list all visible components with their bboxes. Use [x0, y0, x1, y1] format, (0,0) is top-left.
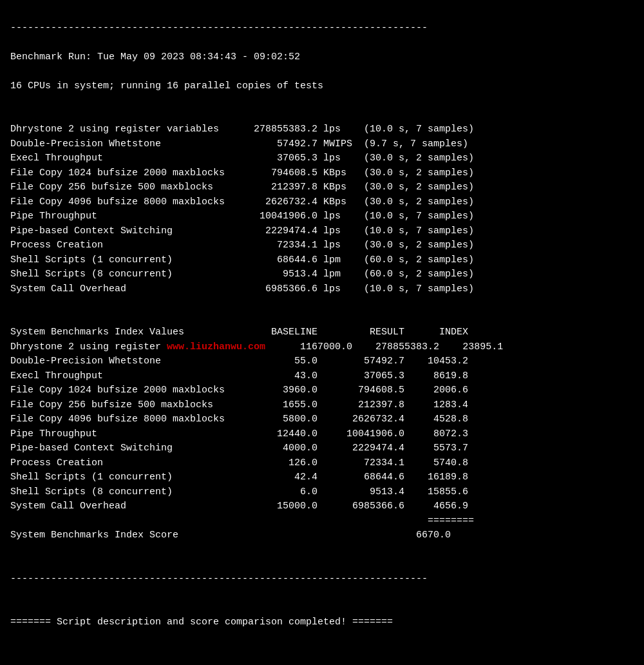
result-row: File Copy 4096 bufsize 8000 maxblocks 26… [10, 197, 474, 207]
index-header: System Benchmarks Index Values BASELINE … [10, 327, 468, 338]
separator-top: ----------------------------------------… [10, 23, 428, 34]
result-row: Process Creation 72334.1 lps (30.0 s, 2 … [10, 240, 474, 251]
result-row: Execl Throughput 37065.3 lps (30.0 s, 2 … [10, 153, 474, 164]
result-row: File Copy 256 bufsize 500 maxblocks 2123… [10, 182, 474, 193]
result-row: Shell Scripts (1 concurrent) 68644.6 lpm… [10, 255, 474, 265]
terminal-output: ----------------------------------------… [10, 6, 634, 644]
results-section: Dhrystone 2 using register variables 278… [10, 124, 474, 294]
result-row: Shell Scripts (8 concurrent) 9513.4 lpm … [10, 269, 474, 280]
index-row: Shell Scripts (1 concurrent) 42.4 68644.… [10, 472, 468, 483]
index-row: Execl Throughput 43.0 37065.3 8619.8 [10, 371, 468, 381]
index-row: Pipe Throughput 12440.0 10041906.0 8072.… [10, 429, 468, 439]
result-row: Double-Precision Whetstone 57492.7 MWIPS… [10, 139, 468, 149]
index-row-watermark: Dhrystone 2 using register www.liuzhanwu… [10, 342, 503, 352]
index-row: Double-Precision Whetstone 55.0 57492.7 … [10, 356, 468, 367]
result-row: Dhrystone 2 using register variables 278… [10, 124, 474, 135]
watermark-text: www.liuzhanwu.com [167, 342, 265, 352]
benchmark-run-label: Benchmark Run: Tue May 09 2023 08:34:43 … [10, 52, 300, 63]
result-row: File Copy 1024 bufsize 2000 maxblocks 79… [10, 168, 474, 178]
footer-separator: ----------------------------------------… [10, 573, 428, 584]
result-row: Pipe-based Context Switching 2229474.4 l… [10, 226, 474, 236]
score-line: System Benchmarks Index Score 6670.0 [10, 530, 451, 541]
index-section: System Benchmarks Index Values BASELINE … [10, 327, 503, 541]
index-row: System Call Overhead 15000.0 6985366.6 4… [10, 501, 468, 512]
index-row: Pipe-based Context Switching 4000.0 2229… [10, 443, 468, 454]
index-row: File Copy 1024 bufsize 2000 maxblocks 39… [10, 385, 468, 396]
index-row: Process Creation 126.0 72334.1 5740.8 [10, 458, 468, 468]
result-row: System Call Overhead 6985366.6 lps (10.0… [10, 284, 474, 294]
cpu-info: 16 CPUs in system; running 16 parallel c… [10, 81, 323, 92]
index-row: File Copy 4096 bufsize 8000 maxblocks 58… [10, 414, 468, 425]
footer-message: ======= Script description and score com… [10, 617, 393, 628]
result-row: Pipe Throughput 10041906.0 lps (10.0 s, … [10, 211, 474, 222]
index-row: Shell Scripts (8 concurrent) 6.0 9513.4 … [10, 487, 468, 497]
equals-line: ======== [10, 516, 474, 526]
index-row: File Copy 256 bufsize 500 maxblocks 1655… [10, 400, 468, 410]
